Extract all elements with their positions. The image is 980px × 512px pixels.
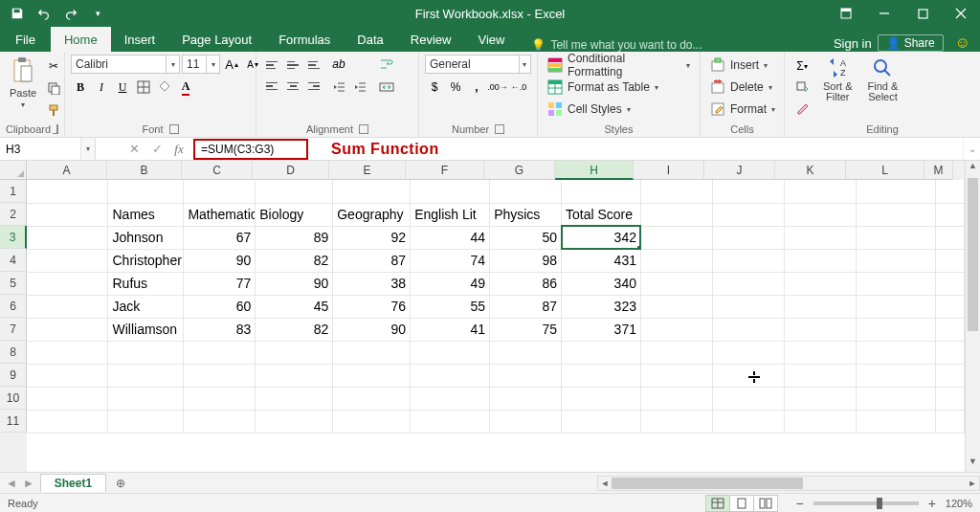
font-name-field[interactable] (71, 55, 167, 74)
copy-icon[interactable] (44, 78, 63, 98)
select-all-button[interactable] (0, 161, 27, 180)
cell-K7[interactable] (784, 318, 856, 341)
cell-J10[interactable] (712, 387, 784, 410)
cancel-formula-icon[interactable]: ✕ (122, 138, 145, 161)
cell-H5[interactable]: 340 (562, 272, 641, 295)
cell-A7[interactable] (27, 318, 108, 341)
fill-icon[interactable] (791, 78, 813, 97)
cell-D9[interactable] (256, 364, 333, 387)
cell-E8[interactable] (333, 341, 411, 364)
name-box[interactable]: ▾ (0, 138, 96, 160)
row-header-3[interactable]: 3 (0, 226, 27, 249)
cell-L7[interactable] (856, 318, 935, 341)
cell-I1[interactable] (640, 180, 712, 203)
cell-K9[interactable] (784, 364, 856, 387)
zoom-slider[interactable] (813, 501, 919, 505)
align-center-icon[interactable] (283, 77, 302, 96)
insert-cells-button[interactable]: Insert▾ (706, 55, 771, 76)
cell-C3[interactable]: 67 (184, 226, 256, 249)
cell-B7[interactable]: Williamson (108, 318, 184, 341)
cell-I10[interactable] (640, 387, 712, 410)
horizontal-scrollbar[interactable]: ◄ ► (597, 476, 980, 491)
cell-C4[interactable]: 90 (184, 249, 256, 272)
cell-J2[interactable] (712, 203, 784, 226)
cell-G2[interactable]: Physics (490, 203, 562, 226)
cell-G6[interactable]: 87 (490, 295, 562, 318)
decrease-indent-icon[interactable] (329, 78, 348, 97)
cell-E2[interactable]: Geography (333, 203, 411, 226)
cell-B8[interactable] (108, 341, 184, 364)
cell-G4[interactable]: 98 (490, 249, 562, 272)
column-header-F[interactable]: F (406, 161, 484, 180)
cell-F10[interactable] (411, 387, 490, 410)
vertical-scrollbar[interactable]: ▲ ▼ (965, 161, 980, 472)
cell-L10[interactable] (856, 387, 935, 410)
scroll-down-icon[interactable]: ▼ (966, 456, 980, 472)
accounting-format-icon[interactable]: $ (425, 78, 444, 97)
feedback-icon[interactable]: ☺ (955, 34, 970, 52)
tab-insert[interactable]: Insert (111, 27, 169, 52)
number-format-field[interactable] (425, 55, 520, 74)
cell-L9[interactable] (856, 364, 935, 387)
zoom-level[interactable]: 120% (946, 498, 972, 509)
view-page-break-icon[interactable] (753, 495, 778, 512)
maximize-icon[interactable] (903, 0, 942, 27)
align-right-icon[interactable] (304, 77, 323, 96)
cell-C7[interactable]: 83 (184, 318, 256, 341)
row-header-1[interactable]: 1 (0, 180, 27, 203)
zoom-in-button[interactable]: + (924, 496, 940, 511)
font-size-combo[interactable]: ▾ (182, 55, 220, 74)
cell-L2[interactable] (856, 203, 935, 226)
cell-E7[interactable]: 90 (333, 318, 411, 341)
row-header-6[interactable]: 6 (0, 295, 27, 318)
cell-M5[interactable] (935, 272, 964, 295)
save-icon[interactable] (6, 2, 29, 25)
sheet-nav-next-icon[interactable]: ► (23, 477, 34, 490)
cell-E1[interactable] (333, 180, 411, 203)
cell-C1[interactable] (184, 180, 256, 203)
cell-B6[interactable]: Jack (108, 295, 184, 318)
cell-D4[interactable]: 82 (256, 249, 333, 272)
cell-M4[interactable] (935, 249, 964, 272)
alignment-dialog-launcher[interactable] (359, 124, 368, 134)
cell-H7[interactable]: 371 (562, 318, 641, 341)
cell-L8[interactable] (856, 341, 935, 364)
cell-J1[interactable] (712, 180, 784, 203)
cell-F4[interactable]: 74 (411, 249, 490, 272)
cell-L5[interactable] (856, 272, 935, 295)
column-header-H[interactable]: H (555, 161, 634, 180)
enter-formula-icon[interactable]: ✓ (145, 138, 168, 161)
paste-button[interactable]: Paste ▾ (6, 55, 40, 111)
cell-C6[interactable]: 60 (184, 295, 256, 318)
cell-D10[interactable] (256, 387, 333, 410)
cell-D11[interactable] (256, 410, 333, 433)
cell-I3[interactable] (640, 226, 712, 249)
minimize-icon[interactable] (865, 0, 903, 27)
cell-F9[interactable] (411, 364, 490, 387)
cell-L11[interactable] (856, 410, 935, 433)
number-format-combo[interactable]: ▾ (425, 55, 531, 74)
cell-K2[interactable] (784, 203, 856, 226)
cell-G1[interactable] (490, 180, 562, 203)
cell-C5[interactable]: 77 (184, 272, 256, 295)
cell-A1[interactable] (27, 180, 108, 203)
tab-formulas[interactable]: Formulas (265, 27, 344, 52)
cell-M3[interactable] (935, 226, 964, 249)
column-header-A[interactable]: A (27, 161, 107, 180)
cell-E9[interactable] (333, 364, 411, 387)
tab-home[interactable]: Home (51, 27, 111, 52)
cell-G5[interactable]: 86 (490, 272, 562, 295)
cell-B3[interactable]: Johnson (108, 226, 184, 249)
column-header-M[interactable]: M (924, 161, 953, 180)
cell-I6[interactable] (640, 295, 712, 318)
cell-D5[interactable]: 90 (256, 272, 333, 295)
close-icon[interactable] (942, 0, 980, 27)
column-header-B[interactable]: B (107, 161, 182, 180)
find-select-button[interactable]: Find &Select (862, 55, 904, 102)
cell-F3[interactable]: 44 (411, 226, 490, 249)
number-dialog-launcher[interactable] (495, 124, 504, 134)
column-header-J[interactable]: J (704, 161, 775, 180)
cell-F7[interactable]: 41 (411, 318, 490, 341)
merge-center-icon[interactable] (377, 78, 396, 97)
cell-I2[interactable] (640, 203, 712, 226)
